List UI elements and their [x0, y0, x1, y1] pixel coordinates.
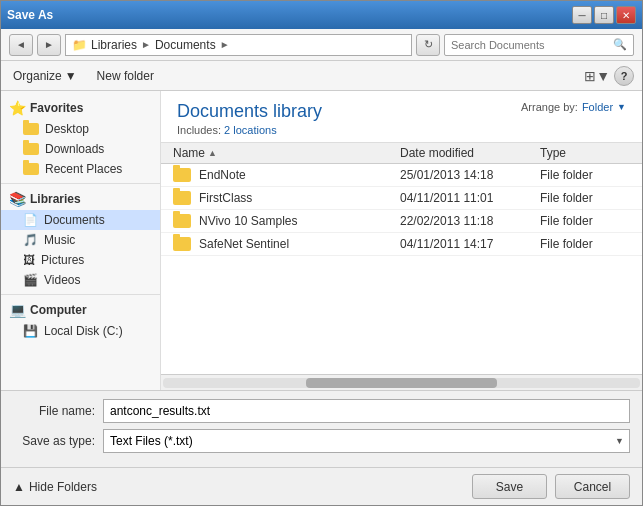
file-type-1: File folder: [540, 191, 630, 205]
filename-input[interactable]: [103, 399, 630, 423]
organize-label: Organize: [13, 69, 62, 83]
libraries-header[interactable]: 📚 Libraries: [1, 188, 160, 210]
cancel-button[interactable]: Cancel: [555, 474, 630, 499]
file-icon-3: [173, 237, 193, 251]
divider-1: [1, 183, 160, 184]
save-button[interactable]: Save: [472, 474, 547, 499]
savetype-wrapper: Text Files (*.txt): [103, 429, 630, 453]
scrollbar-track: [163, 378, 640, 388]
file-type-0: File folder: [540, 168, 630, 182]
file-icon-2: [173, 214, 193, 228]
favorites-label: Favorites: [30, 101, 83, 115]
close-button[interactable]: ✕: [616, 6, 636, 24]
desktop-label: Desktop: [45, 122, 89, 136]
col-header-date[interactable]: Date modified: [400, 146, 540, 160]
help-button[interactable]: ?: [614, 66, 634, 86]
file-icon-1: [173, 191, 193, 205]
documents-icon: 📄: [23, 213, 38, 227]
documents-label: Documents: [44, 213, 105, 227]
col-header-type[interactable]: Type: [540, 146, 630, 160]
libraries-label: Libraries: [30, 192, 81, 206]
sidebar-item-pictures[interactable]: 🖼 Pictures: [1, 250, 160, 270]
sidebar-item-desktop[interactable]: Desktop: [1, 119, 160, 139]
minimize-button[interactable]: ─: [572, 6, 592, 24]
music-label: Music: [44, 233, 75, 247]
main-content: ⭐ Favorites Desktop Downloads Recent Pla…: [1, 91, 642, 390]
sidebar-item-local-disk[interactable]: 💾 Local Disk (C:): [1, 321, 160, 341]
file-list: EndNote 25/01/2013 14:18 File folder Fir…: [161, 164, 642, 374]
savetype-row: Save as type: Text Files (*.txt): [13, 429, 630, 453]
arrange-value[interactable]: Folder: [582, 101, 613, 113]
savetype-label: Save as type:: [13, 434, 103, 448]
table-row[interactable]: NVivo 10 Samples 22/02/2013 11:18 File f…: [161, 210, 642, 233]
hide-folders-label: Hide Folders: [29, 480, 97, 494]
computer-header[interactable]: 💻 Computer: [1, 299, 160, 321]
sort-arrow-icon: ▲: [208, 148, 217, 158]
file-type-3: File folder: [540, 237, 630, 251]
dialog-title: Save As: [7, 8, 53, 22]
favorites-icon: ⭐: [9, 100, 26, 116]
footer-actions: Save Cancel: [472, 474, 630, 499]
file-date-2: 22/02/2013 11:18: [400, 214, 540, 228]
refresh-button[interactable]: ↻: [416, 34, 440, 56]
recent-places-icon: [23, 163, 39, 175]
scrollbar-thumb[interactable]: [306, 378, 497, 388]
file-date-0: 25/01/2013 14:18: [400, 168, 540, 182]
favorites-header[interactable]: ⭐ Favorites: [1, 97, 160, 119]
file-date-3: 04/11/2011 14:17: [400, 237, 540, 251]
computer-label: Computer: [30, 303, 87, 317]
music-icon: 🎵: [23, 233, 38, 247]
file-name-3: SafeNet Sentinel: [199, 237, 400, 251]
search-icon: 🔍: [613, 38, 627, 51]
footer-bar: ▲ Hide Folders Save Cancel: [1, 467, 642, 505]
view-icon: ⊞: [584, 68, 596, 84]
search-box[interactable]: 🔍: [444, 34, 634, 56]
horizontal-scrollbar[interactable]: [161, 374, 642, 390]
filename-row: File name:: [13, 399, 630, 423]
favorites-section: ⭐ Favorites Desktop Downloads Recent Pla…: [1, 97, 160, 179]
computer-section: 💻 Computer 💾 Local Disk (C:): [1, 299, 160, 341]
file-icon-0: [173, 168, 193, 182]
organize-button[interactable]: Organize ▼: [9, 67, 81, 85]
sidebar-item-documents[interactable]: 📄 Documents: [1, 210, 160, 230]
file-list-header: Name ▲ Date modified Type: [161, 143, 642, 164]
path-icon: 📁: [72, 38, 87, 52]
window-controls: ─ □ ✕: [572, 6, 636, 24]
file-type-2: File folder: [540, 214, 630, 228]
downloads-label: Downloads: [45, 142, 104, 156]
file-area: Documents library Includes: 2 locations …: [161, 91, 642, 390]
divider-2: [1, 294, 160, 295]
downloads-folder-icon: [23, 143, 39, 155]
col-header-name[interactable]: Name ▲: [173, 146, 400, 160]
table-row[interactable]: FirstClass 04/11/2011 11:01 File folder: [161, 187, 642, 210]
hide-folders-button[interactable]: ▲ Hide Folders: [13, 480, 97, 494]
navigation-toolbar: ◄ ► 📁 Libraries ► Documents ► ↻ 🔍: [1, 29, 642, 61]
includes-link[interactable]: 2 locations: [224, 124, 277, 136]
includes-prefix: Includes:: [177, 124, 221, 136]
arrange-dropdown-icon[interactable]: ▼: [617, 102, 626, 112]
sidebar-item-music[interactable]: 🎵 Music: [1, 230, 160, 250]
table-row[interactable]: EndNote 25/01/2013 14:18 File folder: [161, 164, 642, 187]
pictures-icon: 🖼: [23, 253, 35, 267]
sidebar-item-videos[interactable]: 🎬 Videos: [1, 270, 160, 290]
sidebar-item-downloads[interactable]: Downloads: [1, 139, 160, 159]
view-toggle-button[interactable]: ⊞ ▼: [584, 68, 610, 84]
save-as-dialog: Save As ─ □ ✕ ◄ ► 📁 Libraries ► Document…: [0, 0, 643, 506]
organize-dropdown-icon: ▼: [65, 69, 77, 83]
title-bar: Save As ─ □ ✕: [1, 1, 642, 29]
new-folder-button[interactable]: New folder: [93, 67, 158, 85]
sidebar: ⭐ Favorites Desktop Downloads Recent Pla…: [1, 91, 161, 390]
back-button[interactable]: ◄: [9, 34, 33, 56]
address-bar[interactable]: 📁 Libraries ► Documents ►: [65, 34, 412, 56]
library-title: Documents library: [177, 101, 322, 122]
sidebar-item-recent-places[interactable]: Recent Places: [1, 159, 160, 179]
col-date-label: Date modified: [400, 146, 474, 160]
savetype-select[interactable]: Text Files (*.txt): [103, 429, 630, 453]
desktop-folder-icon: [23, 123, 39, 135]
table-row[interactable]: SafeNet Sentinel 04/11/2011 14:17 File f…: [161, 233, 642, 256]
view-options: ⊞ ▼ ?: [584, 66, 634, 86]
maximize-button[interactable]: □: [594, 6, 614, 24]
forward-button[interactable]: ►: [37, 34, 61, 56]
search-input[interactable]: [451, 39, 613, 51]
col-type-label: Type: [540, 146, 566, 160]
